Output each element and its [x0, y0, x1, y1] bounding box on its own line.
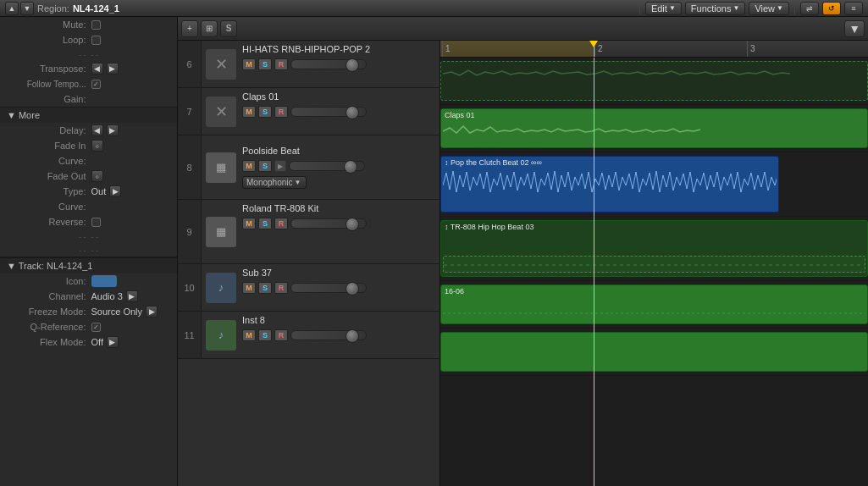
timeline-area: 6 ✕ HI-HATS RNB-HIPHOP-POP 2 M S R: [178, 41, 868, 486]
delay-up[interactable]: ▶: [107, 124, 119, 136]
track-list: 6 ✕ HI-HATS RNB-HIPHOP-POP 2 M S R: [178, 41, 440, 486]
transpose-down[interactable]: ◀: [91, 63, 103, 75]
more-section[interactable]: ▼ More: [0, 107, 177, 123]
volume-knob[interactable]: [344, 160, 357, 174]
flex-select[interactable]: ▶: [107, 336, 119, 348]
ruler-marker-3: 3: [747, 41, 755, 57]
monophonic-dropdown[interactable]: Monophonic ▼: [242, 176, 307, 189]
volume-slider[interactable]: [290, 59, 367, 69]
region-label: ↕ TR-808 Hip Hop Beat 03: [441, 221, 867, 233]
playhead-triangle: [589, 41, 598, 49]
track-controls: M S R: [242, 58, 436, 70]
region-green-11[interactable]: [440, 332, 868, 372]
waveform-svg: [443, 307, 865, 320]
track-number: 10: [178, 264, 202, 311]
sep1: [639, 3, 640, 14]
fade-out-adjust[interactable]: ⬦: [91, 170, 103, 182]
volume-knob[interactable]: [346, 106, 359, 119]
region-green[interactable]: Claps 01: [440, 108, 868, 148]
solo-button[interactable]: S: [258, 282, 272, 294]
region-dark-green[interactable]: ↕ TR-808 Hip Hop Beat 03: [440, 220, 868, 277]
region-label: Claps 01: [441, 109, 867, 121]
ruler: 1 2 3 4: [440, 41, 868, 58]
volume-slider[interactable]: [290, 218, 367, 229]
region-button[interactable]: ⊞: [201, 20, 218, 37]
track-number: 9: [178, 200, 202, 263]
mute-button[interactable]: M: [242, 106, 256, 118]
functions-menu[interactable]: Functions ▼: [685, 2, 746, 15]
volume-slider[interactable]: [290, 107, 367, 117]
follow-tempo-checkbox[interactable]: [91, 80, 101, 89]
menu-bar: ▲ ▼ Region: NL4-124_1 Edit ▼ Functions ▼…: [0, 0, 868, 17]
record-button[interactable]: R: [274, 329, 288, 341]
curve-row: Curve:: [0, 153, 177, 168]
mute-button[interactable]: M: [242, 329, 256, 341]
channel-row: Channel: Audio 3 ▶: [0, 289, 177, 304]
region-label-area: Region: NL4-124_1: [37, 3, 634, 14]
mute-checkbox[interactable]: [91, 20, 101, 30]
loop-icon[interactable]: ↺: [822, 2, 841, 15]
region-label: 16-06: [441, 285, 867, 297]
track-row: 9 ▦ Roland TR-808 Kit M S R: [178, 200, 440, 264]
solo-button[interactable]: S: [258, 106, 272, 118]
ruler-highlight: [440, 41, 593, 57]
filter-icon[interactable]: ≡: [844, 2, 863, 15]
record-button[interactable]: R: [274, 58, 288, 70]
volume-knob[interactable]: [346, 58, 359, 72]
edit-menu[interactable]: Edit ▼: [645, 2, 682, 15]
transpose-up[interactable]: ▶: [107, 63, 119, 75]
solo-button[interactable]: S: [258, 58, 272, 70]
volume-slider[interactable]: [290, 283, 367, 293]
channel-select[interactable]: ▶: [126, 290, 138, 302]
record-icon[interactable]: ▶: [274, 160, 286, 172]
toolbar-dropdown[interactable]: ▼: [844, 20, 865, 37]
merge-icon[interactable]: ⇌: [800, 2, 819, 15]
mute-button[interactable]: M: [242, 160, 256, 172]
solo-button[interactable]: S: [258, 218, 272, 229]
waveform-dotted-svg: [444, 257, 865, 272]
volume-knob[interactable]: [346, 218, 359, 231]
type-select[interactable]: ▶: [109, 185, 121, 197]
qref-row: Q-Reference:: [0, 319, 177, 334]
volume-slider[interactable]: [289, 161, 365, 171]
reverse-checkbox[interactable]: [91, 218, 101, 227]
s-button[interactable]: S: [220, 20, 237, 37]
fade-in-adjust[interactable]: ⬦: [91, 140, 103, 152]
mute-button[interactable]: M: [242, 218, 256, 229]
region-blue[interactable]: ↕ Pop the Clutch Beat 02 ∞∞: [440, 156, 779, 213]
left-panel: Mute: Loop: - - - - Transpose: ◀ ▶ Follo…: [0, 17, 178, 486]
record-button[interactable]: R: [274, 282, 288, 294]
record-button[interactable]: R: [274, 218, 288, 229]
delay-row: Delay: ◀ ▶: [0, 123, 177, 138]
region-green-10[interactable]: 16-06: [440, 284, 868, 324]
nav-up-arrow[interactable]: ▲: [5, 2, 19, 15]
qref-checkbox[interactable]: [91, 323, 101, 332]
track-icon-display[interactable]: [91, 275, 117, 287]
track-controls: M S R: [242, 218, 436, 229]
volume-knob[interactable]: [346, 329, 359, 343]
mute-button[interactable]: M: [242, 282, 256, 294]
divider1: - - - -: [0, 47, 177, 61]
view-menu[interactable]: View ▼: [749, 2, 789, 15]
volume-knob[interactable]: [346, 282, 359, 295]
delay-down[interactable]: ◀: [91, 124, 103, 136]
mute-button[interactable]: M: [242, 58, 256, 70]
track-row: 7 ✕ Claps 01 M S R: [178, 88, 440, 135]
loop-checkbox[interactable]: [91, 36, 101, 45]
track-section-header[interactable]: ▼ Track: NL4-124_1: [0, 257, 177, 273]
volume-slider[interactable]: [290, 330, 367, 340]
track-name: Poolside Beat: [242, 146, 436, 156]
track-row: 8 ▦ Poolside Beat M S ▶: [178, 135, 440, 200]
region-dotted[interactable]: [440, 61, 868, 101]
add-track-button[interactable]: +: [181, 20, 198, 37]
nav-down-arrow[interactable]: ▼: [20, 2, 34, 15]
freeze-row: Freeze Mode: Source Only ▶: [0, 304, 177, 319]
record-button[interactable]: R: [274, 106, 288, 118]
track-region-row: ↕ TR-808 Hip Hop Beat 03: [440, 217, 868, 281]
solo-button[interactable]: S: [258, 329, 272, 341]
freeze-select[interactable]: ▶: [146, 306, 158, 318]
solo-button[interactable]: S: [258, 160, 272, 172]
waveform-svg: [443, 121, 865, 146]
track-name: Inst 8: [242, 315, 436, 325]
track-region-row: [440, 58, 868, 105]
